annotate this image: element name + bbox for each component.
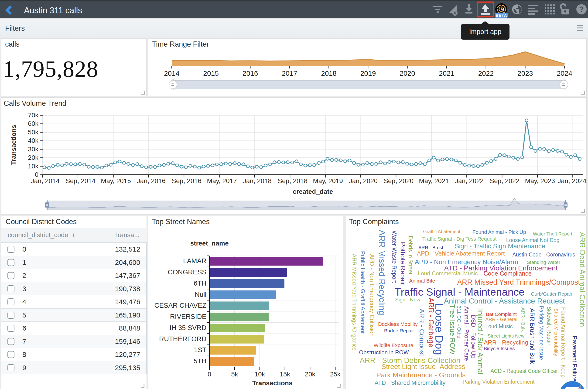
- svg-text:2018: 2018: [321, 69, 337, 77]
- svg-text:Null: Null: [195, 291, 206, 298]
- svg-text:15k: 15k: [280, 371, 290, 378]
- svg-text:Transactions: Transactions: [10, 125, 17, 165]
- svg-text:CESAR CHAVEZ: CESAR CHAVEZ: [155, 302, 206, 309]
- svg-text:10k: 10k: [254, 371, 265, 378]
- svg-text:6TH: 6TH: [194, 280, 206, 287]
- svg-text:Sep, 2022: Sep, 2022: [490, 177, 520, 185]
- svg-text:2022: 2022: [478, 69, 494, 77]
- svg-text:Jan, 2018: Jan, 2018: [243, 177, 272, 185]
- svg-text:street_name: street_name: [190, 240, 229, 247]
- svg-text:Jan, 2014: Jan, 2014: [31, 177, 60, 185]
- svg-text:0: 0: [208, 371, 211, 378]
- svg-text:40k: 40k: [28, 137, 39, 144]
- svg-text:Jan, 2024: Jan, 2024: [558, 177, 586, 185]
- svg-text:70k: 70k: [28, 112, 39, 119]
- svg-text:RUTHERFORD: RUTHERFORD: [159, 335, 206, 343]
- svg-text:5TH: 5TH: [194, 357, 206, 365]
- svg-text:LAMAR: LAMAR: [183, 257, 206, 265]
- svg-text:20k: 20k: [305, 371, 315, 378]
- svg-text:2019: 2019: [360, 69, 376, 77]
- svg-text:50k: 50k: [28, 129, 39, 136]
- svg-text:Sep, 2018: Sep, 2018: [278, 177, 307, 185]
- svg-text:2015: 2015: [203, 69, 219, 77]
- svg-text:2023: 2023: [517, 69, 533, 77]
- svg-text:CONGRESS: CONGRESS: [168, 268, 206, 276]
- svg-text:May, 2017: May, 2017: [207, 177, 237, 185]
- svg-text:5k: 5k: [231, 371, 238, 378]
- svg-text:2021: 2021: [439, 69, 455, 77]
- svg-text:Jan, 2020: Jan, 2020: [349, 177, 378, 185]
- svg-text:May, 2021: May, 2021: [419, 177, 449, 185]
- svg-text:1ST: 1ST: [194, 346, 206, 354]
- svg-text:May, 2015: May, 2015: [101, 177, 131, 185]
- svg-text:IH 35 SVRD: IH 35 SVRD: [170, 324, 206, 331]
- svg-text:BETA: BETA: [495, 13, 507, 18]
- svg-text:10k: 10k: [28, 162, 39, 170]
- svg-text:2020: 2020: [399, 69, 415, 77]
- svg-text:2024: 2024: [557, 69, 572, 77]
- svg-text:Jan, 2022: Jan, 2022: [455, 177, 484, 185]
- svg-text:RIVERSIDE: RIVERSIDE: [170, 313, 206, 320]
- svg-text:May, 2023: May, 2023: [525, 177, 555, 185]
- svg-text:30k: 30k: [28, 146, 39, 153]
- svg-text:Sep, 2020: Sep, 2020: [384, 177, 414, 185]
- svg-text:May, 2019: May, 2019: [313, 177, 343, 185]
- svg-text:?: ?: [579, 5, 584, 13]
- svg-text:AI: AI: [501, 7, 504, 11]
- svg-text:Transactions: Transactions: [252, 380, 293, 387]
- svg-text:60k: 60k: [28, 120, 39, 127]
- svg-text:2017: 2017: [282, 69, 297, 77]
- svg-text:Sep, 2014: Sep, 2014: [66, 177, 96, 185]
- svg-text:20k: 20k: [28, 154, 39, 161]
- svg-text:2016: 2016: [242, 69, 258, 77]
- svg-text:Sep, 2016: Sep, 2016: [172, 177, 201, 185]
- svg-text:created_date: created_date: [293, 188, 333, 195]
- svg-text:2014: 2014: [164, 69, 180, 77]
- svg-text:Jan, 2016: Jan, 2016: [137, 177, 166, 185]
- svg-text:25k: 25k: [330, 371, 341, 378]
